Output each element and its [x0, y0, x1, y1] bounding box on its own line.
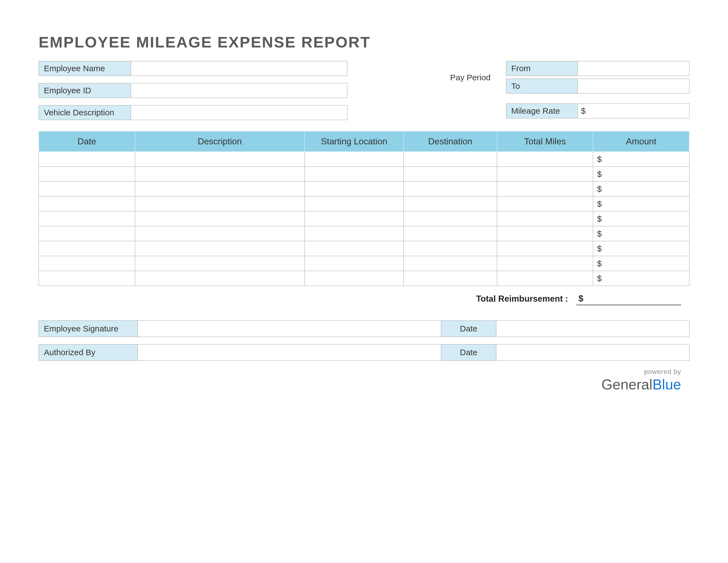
- cell-destination[interactable]: [404, 211, 497, 226]
- total-reimbursement-label: Total Reimbursement :: [476, 294, 568, 304]
- cell-destination[interactable]: [404, 181, 497, 196]
- cell-total_miles[interactable]: [497, 211, 593, 226]
- cell-starting_location[interactable]: [305, 256, 404, 271]
- cell-amount[interactable]: $: [593, 256, 689, 271]
- employee-signature-date-input[interactable]: [496, 321, 689, 337]
- cell-starting_location[interactable]: [305, 152, 404, 167]
- cell-destination[interactable]: [404, 241, 497, 256]
- pay-period-label: Pay Period: [432, 61, 495, 94]
- cell-destination[interactable]: [404, 271, 497, 286]
- cell-destination[interactable]: [404, 256, 497, 271]
- cell-description[interactable]: [135, 152, 304, 167]
- cell-starting_location[interactable]: [305, 167, 404, 181]
- table-row: $: [39, 256, 689, 271]
- header-total-miles: Total Miles: [497, 131, 593, 152]
- cell-total_miles[interactable]: [497, 152, 593, 167]
- cell-date[interactable]: [39, 271, 135, 286]
- vehicle-description-label: Vehicle Description: [39, 105, 131, 120]
- cell-starting_location[interactable]: [305, 271, 404, 286]
- cell-amount[interactable]: $: [593, 211, 689, 226]
- header-destination: Destination: [404, 131, 497, 152]
- authorized-by-date-input[interactable]: [496, 344, 689, 361]
- right-fields: From To Mileage Rate $: [506, 61, 689, 120]
- cell-destination[interactable]: [404, 226, 497, 241]
- cell-total_miles[interactable]: [497, 226, 593, 241]
- cell-starting_location[interactable]: [305, 211, 404, 226]
- authorized-by-label: Authorized By: [39, 344, 138, 361]
- cell-date[interactable]: [39, 196, 135, 211]
- table-row: $: [39, 241, 689, 256]
- mileage-rate-input[interactable]: $: [578, 103, 689, 118]
- authorized-by-input[interactable]: [138, 344, 441, 361]
- employee-name-input[interactable]: [131, 61, 347, 76]
- cell-amount[interactable]: $: [593, 241, 689, 256]
- cell-destination[interactable]: [404, 167, 497, 181]
- cell-destination[interactable]: [404, 196, 497, 211]
- cell-description[interactable]: [135, 271, 304, 286]
- header-amount: Amount: [593, 131, 689, 152]
- cell-amount[interactable]: $: [593, 152, 689, 167]
- from-input[interactable]: [578, 61, 689, 76]
- cell-date[interactable]: [39, 226, 135, 241]
- cell-total_miles[interactable]: [497, 256, 593, 271]
- cell-description[interactable]: [135, 211, 304, 226]
- employee-signature-row: Employee Signature Date: [39, 321, 689, 337]
- mileage-rate-row: Mileage Rate $: [506, 103, 689, 118]
- vehicle-description-row: Vehicle Description: [39, 105, 347, 120]
- authorized-by-row: Authorized By Date: [39, 344, 689, 361]
- left-fields: Employee Name Employee ID Vehicle Descri…: [39, 61, 347, 120]
- cell-amount[interactable]: $: [593, 167, 689, 181]
- cell-date[interactable]: [39, 241, 135, 256]
- footer: powered by GeneralBlue: [39, 368, 689, 393]
- table-row: $: [39, 196, 689, 211]
- employee-id-row: Employee ID: [39, 83, 347, 98]
- cell-date[interactable]: [39, 152, 135, 167]
- cell-destination[interactable]: [404, 152, 497, 167]
- total-reimbursement-row: Total Reimbursement : $: [39, 293, 689, 305]
- cell-description[interactable]: [135, 167, 304, 181]
- employee-signature-date-label: Date: [441, 321, 496, 337]
- cell-total_miles[interactable]: [497, 181, 593, 196]
- table-header-row: Date Description Starting Location Desti…: [39, 131, 689, 152]
- from-row: From: [506, 61, 689, 76]
- cell-starting_location[interactable]: [305, 226, 404, 241]
- total-reimbursement-value[interactable]: $: [576, 293, 681, 305]
- header-fields: Employee Name Employee ID Vehicle Descri…: [39, 61, 689, 120]
- cell-starting_location[interactable]: [305, 181, 404, 196]
- cell-description[interactable]: [135, 226, 304, 241]
- cell-description[interactable]: [135, 181, 304, 196]
- employee-signature-label: Employee Signature: [39, 321, 138, 337]
- cell-description[interactable]: [135, 241, 304, 256]
- cell-amount[interactable]: $: [593, 181, 689, 196]
- table-row: $: [39, 152, 689, 167]
- mileage-table: Date Description Starting Location Desti…: [39, 131, 689, 286]
- cell-starting_location[interactable]: [305, 241, 404, 256]
- cell-date[interactable]: [39, 167, 135, 181]
- from-label: From: [506, 61, 578, 76]
- cell-total_miles[interactable]: [497, 271, 593, 286]
- cell-description[interactable]: [135, 256, 304, 271]
- cell-date[interactable]: [39, 256, 135, 271]
- logo: GeneralBlue: [39, 376, 681, 393]
- cell-amount[interactable]: $: [593, 271, 689, 286]
- to-input[interactable]: [578, 79, 689, 94]
- header-date: Date: [39, 131, 135, 152]
- logo-blue: Blue: [652, 377, 681, 393]
- cell-total_miles[interactable]: [497, 167, 593, 181]
- cell-description[interactable]: [135, 196, 304, 211]
- header-starting-location: Starting Location: [305, 131, 404, 152]
- cell-starting_location[interactable]: [305, 196, 404, 211]
- cell-amount[interactable]: $: [593, 196, 689, 211]
- cell-total_miles[interactable]: [497, 196, 593, 211]
- cell-date[interactable]: [39, 181, 135, 196]
- cell-total_miles[interactable]: [497, 241, 593, 256]
- cell-date[interactable]: [39, 211, 135, 226]
- employee-name-row: Employee Name: [39, 61, 347, 76]
- cell-amount[interactable]: $: [593, 226, 689, 241]
- employee-signature-input[interactable]: [138, 321, 441, 337]
- logo-general: General: [601, 377, 652, 393]
- to-label: To: [506, 79, 578, 94]
- employee-id-input[interactable]: [131, 83, 347, 98]
- header-description: Description: [135, 131, 304, 152]
- vehicle-description-input[interactable]: [131, 105, 347, 120]
